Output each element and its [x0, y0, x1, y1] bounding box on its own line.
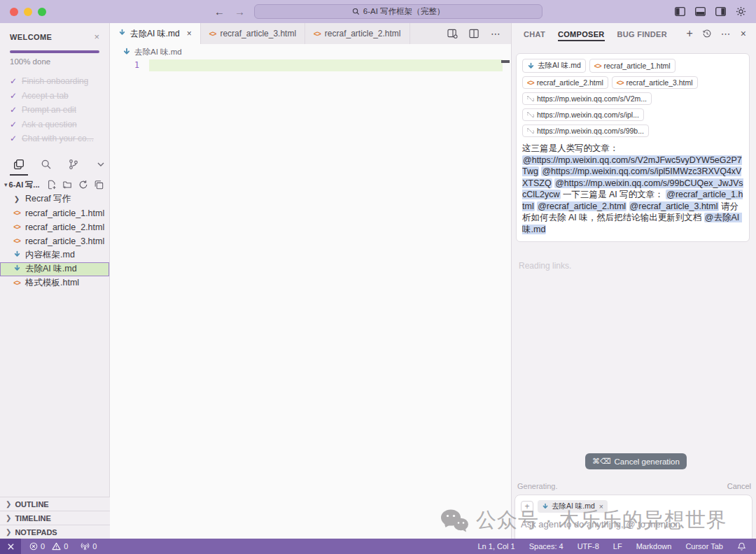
forward-icon[interactable]: → — [234, 6, 245, 17]
sidebar-toolbar — [0, 146, 109, 177]
source-control-icon[interactable] — [66, 156, 81, 173]
editor-tab[interactable]: <>recraf_article_3.html — [201, 23, 305, 44]
command-center-search[interactable]: 6-AI 写作框架（完整） — [254, 4, 542, 19]
toggle-left-panel-icon[interactable] — [675, 7, 685, 16]
ports-indicator[interactable]: 0 — [80, 542, 97, 551]
markdown-file-icon — [542, 503, 549, 510]
checklist-item[interactable]: ✓Finish onboarding — [10, 74, 99, 89]
chip-label: recraf_article_2.html — [537, 78, 603, 87]
more-views-chevron-icon[interactable] — [93, 156, 108, 173]
remove-chip-icon[interactable]: × — [599, 502, 603, 511]
explorer-icon[interactable] — [11, 156, 27, 173]
checklist-item[interactable]: ✓Ask a question — [10, 118, 99, 132]
title-bar: ← → 6-AI 写作框架（完整） — [0, 0, 756, 23]
context-chip[interactable]: https://mp.weixin.qq.com/s/ipl... — [522, 108, 644, 121]
checklist-item-label: Finish onboarding — [22, 76, 88, 86]
statusbar-item[interactable]: Spaces: 4 — [529, 542, 564, 551]
panel-tab-composer[interactable]: COMPOSER — [552, 24, 611, 43]
cancel-generation-button[interactable]: ⌘⌫ Cancel generation — [585, 453, 687, 469]
minimize-window-button[interactable] — [24, 8, 32, 16]
close-window-button[interactable] — [10, 8, 18, 16]
new-folder-icon[interactable] — [62, 180, 73, 190]
context-chip[interactable]: https://mp.weixin.qq.com/s/99b... — [522, 125, 649, 137]
back-icon[interactable]: ← — [214, 6, 225, 17]
checklist-item[interactable]: ✓Prompt an edit — [10, 103, 99, 118]
welcome-close-icon[interactable]: × — [94, 31, 99, 42]
file-name: Recraf 写作 — [25, 193, 71, 205]
check-icon: ✓ — [10, 105, 17, 115]
sidebar-section-notepads[interactable]: ❯NOTEPADS — [0, 525, 110, 539]
toggle-bottom-panel-icon[interactable] — [695, 7, 706, 16]
file-tree-item[interactable]: <>格式模板.html — [0, 276, 109, 290]
checklist-item-label: Prompt an edit — [22, 105, 76, 115]
file-tree-item[interactable]: <>recraf_article_3.html — [0, 234, 109, 248]
add-context-button[interactable]: + — [521, 501, 533, 513]
chevron-right-icon: ❯ — [6, 528, 11, 536]
context-chip[interactable]: 去除AI 味.md — [522, 59, 586, 73]
file-tree-item[interactable]: 内容框架.md — [0, 248, 109, 262]
refresh-icon[interactable] — [78, 180, 88, 190]
file-name: 格式模板.html — [25, 277, 79, 289]
panel-more-actions-icon[interactable]: ⋯ — [721, 28, 732, 39]
statusbar-item[interactable]: Ln 1, Col 1 — [478, 542, 515, 551]
check-icon: ✓ — [10, 76, 17, 86]
statusbar-item[interactable]: LF — [613, 542, 622, 551]
close-panel-icon[interactable]: × — [741, 28, 746, 39]
statusbar-item[interactable]: Cursor Tab — [685, 542, 723, 551]
editor-more-actions-icon[interactable]: ⋯ — [491, 28, 501, 39]
statusbar-item[interactable]: Markdown — [636, 542, 672, 551]
split-editor-icon[interactable] — [469, 29, 479, 38]
sidebar-section-timeline[interactable]: ❯TIMELINE — [0, 511, 110, 525]
chevron-right-icon: ❯ — [11, 195, 22, 203]
toggle-right-panel-icon[interactable] — [715, 7, 726, 16]
new-file-icon[interactable] — [47, 180, 57, 190]
input-placeholder[interactable]: Ask agent to do anything, @ to mention — [521, 519, 746, 530]
maximize-window-button[interactable] — [38, 8, 46, 16]
notifications-bell-icon[interactable] — [737, 542, 746, 551]
scrollbar-marker[interactable] — [501, 60, 510, 63]
context-chip[interactable]: <>recraf_article_1.html — [589, 59, 676, 73]
checklist-item[interactable]: ✓Accept a tab — [10, 89, 99, 104]
chip-label: recraf_article_3.html — [626, 78, 693, 87]
cancel-generation-label: Cancel generation — [615, 457, 680, 466]
file-tree-item[interactable]: ❯Recraf 写作 — [0, 192, 109, 206]
close-tab-icon[interactable]: × — [187, 29, 192, 38]
editor-tab[interactable]: 去除AI 味.md× — [110, 23, 201, 44]
file-tree-item[interactable]: <>recraf_article_2.html — [0, 220, 109, 234]
remote-icon — [7, 543, 15, 551]
open-preview-icon[interactable] — [447, 29, 458, 38]
collapse-all-icon[interactable] — [94, 180, 104, 190]
problems-indicator[interactable]: 0 0 — [29, 542, 68, 551]
link-icon — [527, 127, 534, 134]
sidebar: WELCOME × 100% done ✓Finish onboarding✓A… — [0, 23, 110, 539]
file-tree-item[interactable]: 去除AI 味.md — [0, 262, 109, 276]
panel-tab-chat[interactable]: CHAT — [517, 24, 552, 43]
panel-tab-bug-finder[interactable]: BUG FINDER — [611, 24, 673, 43]
explorer-section-header[interactable]: ▾ 6-AI 写... — [0, 177, 109, 192]
new-composer-icon[interactable]: + — [686, 27, 692, 40]
code-editor[interactable]: 1 — [110, 59, 511, 539]
file-tree-item[interactable]: <>recraf_article_1.html — [0, 206, 109, 220]
sidebar-section-outline[interactable]: ❯OUTLINE — [0, 497, 110, 511]
cancel-link[interactable]: Cancel — [727, 482, 751, 490]
input-context-chip[interactable]: 去除AI 味.md × — [538, 500, 608, 513]
section-label: TIMELINE — [15, 514, 50, 523]
breadcrumb[interactable]: 去除AI 味.md — [110, 44, 511, 59]
context-chip[interactable]: <>recraf_article_3.html — [612, 76, 698, 89]
settings-gear-icon[interactable] — [736, 6, 746, 17]
checklist-item-label: Accept a tab — [22, 91, 69, 101]
search-icon — [352, 8, 360, 15]
html-file-icon: <> — [13, 223, 20, 231]
statusbar-item[interactable]: UTF-8 — [578, 542, 599, 551]
mention-token: @recraf_article_3.html — [629, 201, 719, 211]
breadcrumb-filename: 去除AI 味.md — [134, 47, 182, 57]
context-chip[interactable]: <>recraf_article_2.html — [522, 76, 608, 89]
checklist-item[interactable]: ✓Chat with your co... — [10, 132, 99, 146]
line-number: 1 — [110, 59, 149, 71]
history-icon[interactable] — [702, 29, 712, 38]
search-sidebar-icon[interactable] — [38, 156, 54, 173]
editor-tab[interactable]: <>recraf_article_2.html — [305, 23, 410, 44]
remote-indicator[interactable] — [0, 539, 21, 554]
context-chip[interactable]: https://mp.weixin.qq.com/s/V2m... — [522, 92, 652, 105]
html-file-icon: <> — [594, 62, 601, 70]
